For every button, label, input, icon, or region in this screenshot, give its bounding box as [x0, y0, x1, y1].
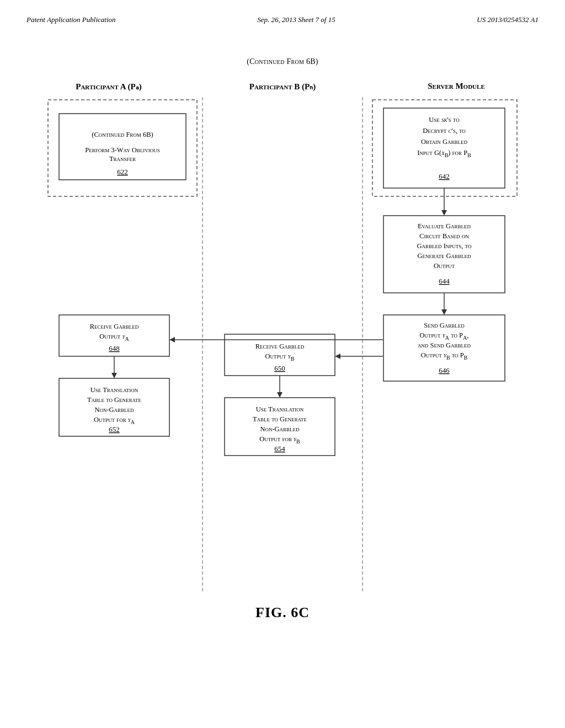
- svg-rect-4: [59, 114, 186, 180]
- svg-text:Use Translation: Use Translation: [256, 405, 304, 413]
- svg-text:Use sk's to: Use sk's to: [429, 116, 460, 124]
- svg-text:Obtain Garbled: Obtain Garbled: [421, 138, 467, 146]
- svg-rect-11: [225, 398, 335, 456]
- svg-text:Receive Garbled: Receive Garbled: [90, 323, 139, 330]
- svg-text:646: 646: [439, 366, 450, 374]
- svg-rect-5: [383, 108, 505, 188]
- diagram-svg: (Continued From 6B) Perform 3-Way Oblivi…: [42, 97, 523, 593]
- svg-text:Table to Generate: Table to Generate: [87, 396, 142, 404]
- svg-text:644: 644: [439, 277, 450, 285]
- svg-rect-7: [383, 315, 505, 381]
- col-header-pb: Participant B (Pₙ): [216, 82, 349, 92]
- svg-text:(Continued From 6B): (Continued From 6B): [92, 131, 153, 138]
- svg-rect-10: [59, 378, 169, 436]
- svg-text:642: 642: [439, 172, 450, 180]
- svg-text:and Send Garbled: and Send Garbled: [418, 341, 471, 349]
- svg-text:Output for yA: Output for yA: [94, 416, 135, 425]
- svg-text:Send Garbled: Send Garbled: [424, 322, 465, 329]
- header-left: Patent Application Publication: [26, 15, 116, 24]
- svg-text:648: 648: [109, 344, 120, 352]
- svg-text:654: 654: [274, 445, 285, 453]
- page-header: Patent Application Publication Sep. 26, …: [0, 0, 565, 24]
- svg-rect-2: [48, 100, 197, 196]
- svg-marker-15: [441, 309, 447, 315]
- svg-text:650: 650: [274, 364, 285, 372]
- svg-text:Output yA: Output yA: [99, 333, 129, 342]
- svg-marker-23: [277, 392, 282, 398]
- svg-marker-13: [441, 210, 447, 216]
- svg-text:Receive Garbled: Receive Garbled: [255, 342, 305, 350]
- svg-rect-9: [225, 334, 335, 376]
- svg-text:Non-Garbled: Non-Garbled: [260, 425, 300, 433]
- col-header-sm: Server Module: [390, 82, 523, 92]
- svg-text:Output: Output: [434, 262, 455, 270]
- svg-text:652: 652: [109, 425, 120, 433]
- svg-text:Evaluate Garbled: Evaluate Garbled: [418, 222, 471, 230]
- svg-text:Use Translation: Use Translation: [90, 386, 138, 394]
- svg-rect-8: [59, 315, 169, 356]
- svg-text:Circuit Based on: Circuit Based on: [419, 232, 469, 240]
- col-headers: Participant A (Pₐ) Participant B (Pₙ) Se…: [42, 82, 523, 92]
- svg-marker-19: [335, 354, 340, 359]
- svg-text:Table to Generate: Table to Generate: [253, 415, 307, 423]
- svg-marker-17: [169, 337, 175, 342]
- svg-text:Output yB to PB: Output yB to PB: [421, 351, 468, 361]
- svg-text:Garbled Inputs, to: Garbled Inputs, to: [417, 242, 472, 250]
- fig-label: FIG. 6C: [42, 604, 523, 621]
- col-header-pa: Participant A (Pₐ): [42, 82, 175, 92]
- svg-text:Output yB: Output yB: [265, 352, 295, 362]
- flow-diagram: (Continued From 6B) Perform 3-Way Oblivi…: [42, 97, 523, 593]
- svg-marker-21: [111, 373, 117, 378]
- svg-text:Transfer: Transfer: [109, 155, 136, 163]
- svg-text:Generate Garbled: Generate Garbled: [417, 252, 471, 260]
- svg-text:Perform 3-Way Oblivious: Perform 3-Way Oblivious: [85, 146, 160, 154]
- svg-text:Output for yB: Output for yB: [259, 435, 300, 445]
- svg-text:Non-Garbled: Non-Garbled: [94, 406, 134, 414]
- svg-text:Decrypt c's, to: Decrypt c's, to: [423, 127, 466, 135]
- svg-rect-3: [372, 100, 517, 196]
- diagram-area: (Continued From 6B) Participant A (Pₐ) P…: [42, 57, 523, 621]
- svg-rect-6: [383, 216, 505, 293]
- svg-text:Output yA to PA,: Output yA to PA,: [420, 331, 469, 341]
- header-center: Sep. 26, 2013 Sheet 7 of 15: [257, 15, 335, 24]
- continued-label: (Continued From 6B): [42, 57, 523, 66]
- header-right: US 2013/0254532 A1: [477, 15, 539, 24]
- svg-text:622: 622: [117, 168, 128, 176]
- svg-text:Input G(xB) for PB: Input G(xB) for PB: [417, 149, 471, 158]
